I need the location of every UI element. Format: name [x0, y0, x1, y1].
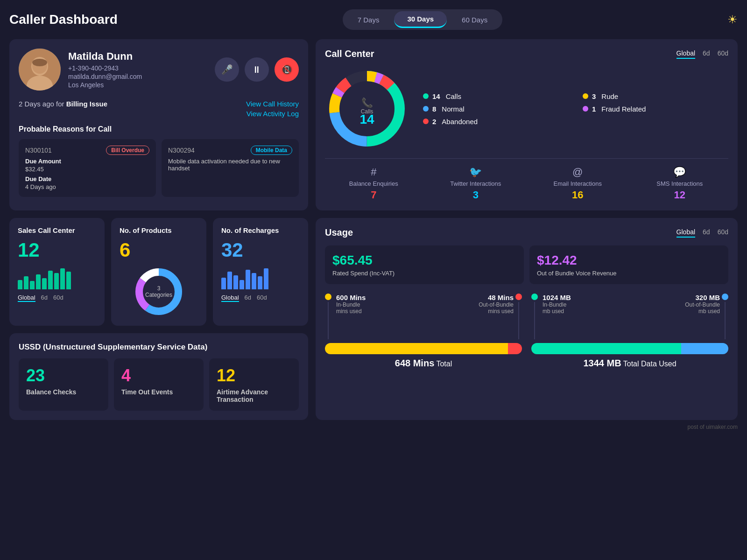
stat-dot-abandoned — [423, 119, 429, 124]
tab-30days[interactable]: 30 Days — [394, 11, 447, 28]
svg-point-4 — [32, 59, 47, 66]
voice-total: 648 Mins Total — [325, 358, 522, 369]
sales-tabs: Global 6d 60d — [18, 294, 96, 302]
interaction-sms[interactable]: 💬 SMS Interactions 12 — [631, 166, 729, 201]
view-call-history-link[interactable]: View Call History — [246, 100, 299, 108]
data-in-bundle-value: 1024 MB — [543, 294, 629, 301]
voice-out-bundle-value: 48 Mins — [427, 294, 514, 301]
interaction-label-balance: Balance Enquiries — [325, 180, 423, 187]
ussd-airtime-value: 12 — [217, 366, 291, 385]
voice-in-bundle-value: 600 Mins — [336, 294, 423, 301]
recharges-tab-60d[interactable]: 60d — [257, 294, 267, 302]
recharges-tab-global[interactable]: Global — [221, 294, 239, 302]
ussd-timeout-events: 4 Time Out Events — [114, 358, 204, 411]
data-out-bundle-value: 320 MB — [634, 294, 720, 301]
probable-reasons-title: Probable Reasons for Call — [19, 125, 299, 133]
interaction-value-sms: 12 — [631, 189, 729, 201]
recharges-tab-6d[interactable]: 6d — [245, 294, 251, 302]
ussd-balance-label: Balance Checks — [26, 388, 101, 396]
voice-in-bundle-info: 600 Mins In-Bundlemins used — [336, 294, 423, 315]
ussd-title: USSD (Unstructured Supplementary Service… — [19, 343, 299, 352]
voice-bar-in-bundle — [325, 343, 508, 354]
voice-in-bundle-dot — [325, 294, 331, 300]
usage-card: Usage Global 6d 60d $65.45 Rated Spend (… — [316, 218, 738, 420]
products-donut-label: 3Categories — [145, 285, 172, 298]
interaction-twitter[interactable]: 🐦 Twitter Interactions 3 — [427, 166, 525, 201]
sales-call-center-card: Sales Call Center 12 Global 6d 60d — [9, 218, 105, 326]
profile-card: Matilda Dunn +1-390-400-2943 matilda.dun… — [9, 39, 308, 210]
bar-1 — [18, 280, 22, 289]
voice-in-bundle-stem — [328, 302, 329, 339]
interaction-label-sms: SMS Interactions — [631, 180, 729, 187]
svg-text:14: 14 — [359, 112, 374, 126]
voice-usage-bar — [325, 343, 522, 354]
profile-header: Matilda Dunn +1-390-400-2943 matilda.dun… — [19, 49, 299, 91]
oob-voice-value: $12.42 — [537, 253, 721, 268]
oob-voice-box: $12.42 Out of Bundle Voice Revenue — [529, 245, 728, 284]
voice-out-bundle-label: Out-of-Bundlemins used — [427, 301, 514, 315]
ussd-airtime-label: Airtime Advance Transaction — [217, 388, 291, 403]
rated-spend-box: $65.45 Rated Spend (Inc-VAT) — [325, 245, 524, 284]
ussd-grid: 23 Balance Checks 4 Time Out Events 12 A… — [19, 358, 299, 411]
products-card: No. of Products 6 3Categories — [111, 218, 206, 326]
data-in-bundle-col — [531, 294, 538, 339]
usage-header: Usage Global 6d 60d — [325, 227, 728, 238]
rbar-7 — [258, 276, 262, 289]
products-donut: 3Categories — [133, 266, 184, 317]
bar-6 — [48, 271, 53, 289]
data-usage-bar — [531, 343, 728, 354]
data-total: 1344 MB Total Data Used — [531, 358, 728, 369]
call-center-title: Call Center — [325, 49, 374, 59]
interaction-email[interactable]: @ Email Interactions 16 — [529, 166, 627, 201]
interaction-balance[interactable]: # Balance Enquiries 7 — [325, 166, 423, 201]
mute-button[interactable]: 🎤 — [215, 57, 239, 82]
end-call-button[interactable]: 📵 — [275, 57, 299, 82]
cc-tab-6d[interactable]: 6d — [703, 49, 710, 59]
pause-button[interactable]: ⏸ — [245, 57, 269, 82]
badge-mobile-data: Mobile Data — [251, 146, 292, 155]
main-grid: Matilda Dunn +1-390-400-2943 matilda.dun… — [9, 39, 738, 420]
stat-fraud: 1 Fraud Related — [583, 105, 728, 113]
ussd-balance-value: 23 — [26, 366, 101, 385]
cc-tab-60d[interactable]: 60d — [718, 49, 728, 59]
tab-7days[interactable]: 7 Days — [345, 11, 393, 28]
theme-icon[interactable]: ☀ — [727, 13, 738, 26]
usage-tab-6d[interactable]: 6d — [703, 228, 710, 238]
email-icon: @ — [529, 166, 627, 178]
sales-tab-global[interactable]: Global — [18, 294, 35, 302]
recharges-value: 32 — [221, 239, 300, 261]
reason-card-0: N300101 Bill Overdue Due Amount $32.45 D… — [19, 139, 156, 197]
products-title: No. of Products — [120, 226, 198, 234]
page-title: Caller Dashboard — [9, 12, 118, 27]
profile-phone: +1-390-400-2943 — [68, 64, 142, 72]
divider — [325, 158, 728, 159]
voice-bar-out-bundle — [508, 343, 522, 354]
view-activity-log-link[interactable]: View Activity Log — [246, 110, 299, 118]
reason-detail-1: Mobile data activation needed due to new… — [168, 158, 292, 172]
stat-abandoned: 2 Abandoned — [423, 118, 569, 126]
data-out-bundle-dot — [722, 294, 728, 300]
voice-usage-chart: 600 Mins In-Bundlemins used 48 Mins Out-… — [325, 294, 522, 369]
call-center-body: 📞 Calls 14 14 Calls 3 Rude 8 — [325, 67, 728, 151]
rbar-5 — [246, 270, 250, 289]
profile-email: matilda.dunn@gmail.com — [68, 73, 142, 80]
data-out-bundle-label: Out-of-Bundlemb used — [634, 301, 720, 315]
sales-tab-60d[interactable]: 60d — [53, 294, 63, 302]
profile-name: Matilda Dunn — [68, 50, 142, 63]
reason-detail-0: Due Amount $32.45 Due Date 4 Days ago — [25, 158, 149, 190]
profile-city: Los Angeles — [68, 81, 142, 89]
cc-tab-global[interactable]: Global — [677, 49, 695, 59]
stat-calls: 14 Calls — [423, 92, 569, 100]
interaction-label-twitter: Twitter Interactions — [427, 180, 525, 187]
usage-amounts: $65.45 Rated Spend (Inc-VAT) $12.42 Out … — [325, 245, 728, 284]
voice-out-bundle-stem — [518, 302, 519, 339]
usage-tab-global[interactable]: Global — [677, 228, 695, 238]
tab-60days[interactable]: 60 Days — [449, 11, 500, 28]
header: Caller Dashboard 7 Days 30 Days 60 Days … — [9, 9, 738, 30]
data-in-bundle-label: In-Bundlemb used — [543, 301, 629, 315]
oob-voice-label: Out of Bundle Voice Revenue — [537, 270, 721, 277]
sales-tab-6d[interactable]: 6d — [41, 294, 48, 302]
usage-tab-60d[interactable]: 60d — [718, 228, 728, 238]
data-out-bundle-info: 320 MB Out-of-Bundlemb used — [634, 294, 720, 315]
rbar-3 — [233, 275, 238, 289]
